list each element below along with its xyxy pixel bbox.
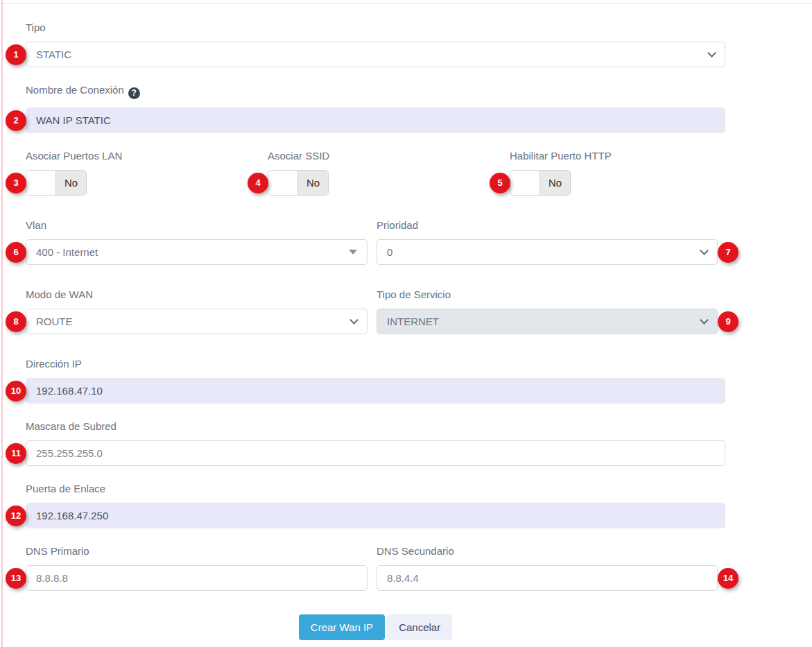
mascara-subred-label: Mascara de Subred	[26, 420, 812, 432]
annotation-badge-1: 1	[6, 44, 26, 65]
annotation-badge-10: 10	[6, 381, 26, 402]
asociar-puertos-lan-label: Asociar Puertos LAN	[26, 150, 259, 162]
habilitar-puerto-http-toggle[interactable]: No	[510, 170, 571, 196]
vlan-select[interactable]: 400 - Internet	[26, 239, 368, 265]
field-tipo-servicio: Tipo de Servicio INTERNET 9	[377, 288, 718, 334]
field-nombre-conexion: Nombre de Conexión? 2	[26, 84, 812, 133]
tipo-select[interactable]: STATIC	[26, 42, 725, 67]
field-mascara-subred: Mascara de Subred 11	[26, 420, 812, 466]
direccion-ip-label: Dirección IP	[26, 358, 812, 370]
asociar-ssid-label: Asociar SSID	[268, 150, 501, 162]
mascara-subred-input[interactable]	[26, 440, 725, 466]
prioridad-label: Prioridad	[377, 219, 718, 231]
toggle-knob	[26, 171, 56, 195]
tipo-servicio-label: Tipo de Servicio	[377, 288, 718, 300]
field-tipo: Tipo STATIC 1	[26, 21, 812, 67]
tipo-servicio-select-value: INTERNET	[387, 316, 439, 327]
nombre-conexion-input[interactable]	[26, 107, 725, 133]
puerta-enlace-input[interactable]	[26, 503, 725, 528]
annotation-badge-5: 5	[490, 173, 510, 193]
annotation-badge-4: 4	[248, 173, 268, 193]
toggle-state-label: No	[298, 171, 328, 195]
toggles-row: Asociar Puertos LAN No 3 Asociar SSID No…	[26, 150, 812, 196]
field-asociar-ssid: Asociar SSID No 4	[268, 150, 501, 196]
wan-ip-config-form: Tipo STATIC 1 Nombre de Conexión? 2 Asoc…	[0, 0, 812, 640]
field-habilitar-puerto-http: Habilitar Puerto HTTP No 5	[510, 150, 743, 196]
modo-wan-label: Modo de WAN	[26, 288, 368, 300]
cancelar-button[interactable]: Cancelar	[387, 614, 452, 640]
field-dns-primario: DNS Primario 13	[26, 545, 368, 591]
field-puerta-enlace: Puerta de Enlace 12	[26, 483, 812, 528]
annotation-badge-6: 6	[6, 242, 26, 263]
toggle-knob	[510, 171, 540, 195]
toggle-state-label: No	[56, 171, 86, 195]
toggle-state-label: No	[540, 171, 570, 195]
chevron-down-icon	[700, 316, 709, 325]
nombre-conexion-label-text: Nombre de Conexión	[26, 84, 124, 96]
modo-wan-select-value: ROUTE	[36, 316, 73, 327]
asociar-ssid-toggle[interactable]: No	[268, 170, 329, 196]
puerta-enlace-label: Puerta de Enlace	[26, 483, 812, 494]
dns-secundario-label: DNS Secundario	[377, 545, 718, 557]
annotation-badge-9: 9	[718, 311, 738, 332]
tipo-servicio-select: INTERNET	[377, 309, 718, 334]
field-asociar-puertos-lan: Asociar Puertos LAN No 3	[26, 150, 259, 196]
annotation-badge-13: 13	[6, 568, 26, 589]
field-prioridad: Prioridad 0 7	[377, 219, 718, 265]
direccion-ip-input[interactable]	[26, 378, 725, 404]
nombre-conexion-label: Nombre de Conexión?	[26, 84, 812, 99]
tipo-select-value: STATIC	[36, 49, 71, 60]
field-modo-wan: Modo de WAN ROUTE 8	[26, 288, 368, 334]
asociar-puertos-lan-toggle[interactable]: No	[26, 170, 87, 196]
annotation-badge-11: 11	[6, 443, 26, 464]
modo-servicio-row: Modo de WAN ROUTE 8 Tipo de Servicio INT…	[26, 288, 812, 334]
annotation-badge-3: 3	[6, 173, 26, 193]
prioridad-select[interactable]: 0	[377, 239, 718, 265]
field-vlan: Vlan 400 - Internet 6	[26, 219, 368, 265]
dns-secundario-input[interactable]	[377, 565, 718, 591]
dropdown-arrow-icon	[349, 250, 357, 255]
dns-primario-input[interactable]	[26, 565, 368, 591]
field-dns-secundario: DNS Secundario 14	[377, 545, 718, 591]
chevron-down-icon	[700, 246, 709, 255]
vlan-label: Vlan	[26, 219, 368, 231]
form-actions: Crear Wan IP Cancelar	[26, 614, 725, 640]
dns-primario-label: DNS Primario	[26, 545, 368, 557]
annotation-badge-7: 7	[718, 242, 738, 263]
chevron-down-icon	[707, 49, 716, 58]
tipo-label: Tipo	[26, 21, 812, 33]
annotation-badge-8: 8	[6, 311, 26, 332]
toggle-knob	[268, 171, 298, 195]
dns-row: DNS Primario 13 DNS Secundario 14	[26, 545, 812, 591]
chevron-down-icon	[349, 316, 359, 325]
field-direccion-ip: Dirección IP 10	[26, 358, 812, 404]
vlan-prioridad-row: Vlan 400 - Internet 6 Prioridad 0 7	[26, 219, 812, 265]
habilitar-puerto-http-label: Habilitar Puerto HTTP	[510, 150, 743, 162]
annotation-badge-2: 2	[6, 110, 26, 131]
crear-wan-ip-button[interactable]: Crear Wan IP	[299, 614, 385, 640]
vlan-select-value: 400 - Internet	[36, 246, 98, 258]
annotation-badge-14: 14	[718, 568, 738, 589]
prioridad-select-value: 0	[387, 246, 392, 258]
question-circle-icon[interactable]: ?	[128, 87, 140, 99]
annotation-badge-12: 12	[6, 506, 26, 526]
modo-wan-select[interactable]: ROUTE	[26, 309, 368, 334]
